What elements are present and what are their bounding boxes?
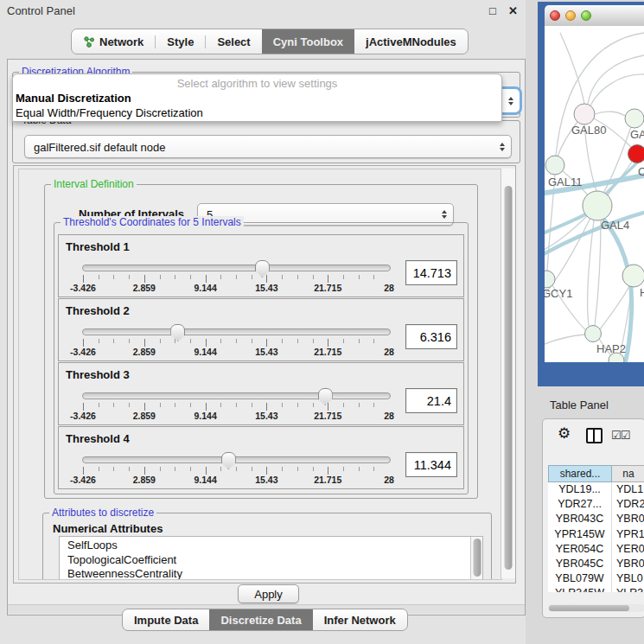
tab-jactivemnodules[interactable]: jActiveMNodules bbox=[354, 29, 468, 54]
node-label: C bbox=[638, 165, 644, 178]
list-item[interactable]: SelfLoops bbox=[60, 537, 482, 553]
table-row[interactable]: YBR045CYBR0 bbox=[548, 557, 644, 571]
network-window-titlebar[interactable] bbox=[545, 5, 644, 27]
cell[interactable]: YPR1 bbox=[612, 527, 644, 542]
table-row[interactable]: YPR145WYPR1 bbox=[548, 527, 644, 542]
algorithm-placeholder-item[interactable]: Select algorithm to view settings bbox=[13, 77, 501, 90]
cell[interactable]: YDL19... bbox=[548, 482, 612, 497]
node-gal4[interactable] bbox=[583, 191, 612, 220]
cell[interactable]: YBR045C bbox=[548, 557, 612, 571]
algorithm-option-manual[interactable]: Manual Discretization bbox=[13, 92, 504, 105]
node-label: GA bbox=[630, 128, 644, 141]
tab-impute-data[interactable]: Impute Data bbox=[123, 609, 209, 630]
slider-tick-labels: -3.426 2.859 9.144 15.43 21.715 28 bbox=[83, 411, 389, 421]
node-gcy1[interactable] bbox=[545, 271, 555, 288]
tick-label: 9.144 bbox=[194, 475, 216, 485]
cell[interactable]: YBL079W bbox=[548, 571, 612, 586]
slider-tick-labels: -3.426 2.859 9.144 15.43 21.715 28 bbox=[83, 347, 389, 357]
threshold-2-value-box[interactable]: 6.316 bbox=[405, 324, 457, 349]
node-gal11[interactable] bbox=[545, 156, 564, 175]
screenshot-root: Control Panel □ ✕ Network Style Select C… bbox=[0, 0, 644, 644]
table-data-combobox[interactable]: galFiltered.sif default node bbox=[24, 135, 512, 158]
tick-label: 2.859 bbox=[133, 283, 156, 293]
node-label: GAL80 bbox=[571, 124, 606, 137]
tab-select-label: Select bbox=[217, 35, 250, 48]
threshold-4-slider-track[interactable] bbox=[82, 456, 391, 463]
float-window-icon[interactable]: □ bbox=[489, 4, 496, 17]
minimize-traffic-light[interactable] bbox=[565, 10, 576, 21]
cell[interactable]: YER0 bbox=[612, 542, 644, 557]
node-label: GCY1 bbox=[545, 287, 572, 300]
zoom-traffic-light[interactable] bbox=[581, 10, 591, 21]
cell[interactable]: YDL1 bbox=[612, 482, 644, 497]
checkboxes-icon[interactable]: ☑☑ bbox=[611, 429, 629, 442]
tab-infer-network[interactable]: Infer Network bbox=[313, 609, 407, 630]
threshold-1-value-box[interactable]: 14.713 bbox=[405, 260, 457, 285]
threshold-1-label: Threshold 1 bbox=[66, 240, 130, 253]
settings-vertical-scrollbar[interactable] bbox=[501, 169, 515, 578]
gear-icon[interactable]: ⚙ bbox=[558, 424, 571, 443]
interval-definition-group-title: Interval Definition bbox=[51, 178, 137, 191]
tab-cyni-toolbox[interactable]: Cyni Toolbox bbox=[262, 29, 354, 54]
table-row[interactable]: YLR345WYLR3 bbox=[548, 586, 644, 592]
tab-network-label: Network bbox=[99, 35, 143, 48]
cell[interactable]: YPR145W bbox=[548, 527, 612, 542]
tick-label: 15.43 bbox=[255, 283, 277, 293]
table-horizontal-scrollbar[interactable] bbox=[548, 604, 644, 612]
apply-button[interactable]: Apply bbox=[238, 584, 299, 603]
cell[interactable]: YBR0 bbox=[612, 512, 644, 526]
tab-discretize-data[interactable]: Discretize Data bbox=[209, 609, 312, 630]
algorithm-option-equal-width[interactable]: Equal Width/Frequency Discretization bbox=[13, 106, 504, 119]
list-item[interactable]: TopologicalCoefficient bbox=[60, 553, 482, 568]
table-data-group: Table Data galFiltered.sif default node bbox=[12, 120, 520, 163]
scrollbar-thumb[interactable] bbox=[505, 186, 513, 570]
algorithm-dropdown-popup: Select algorithm to view settings Manual… bbox=[12, 73, 502, 122]
list-vertical-scrollbar[interactable] bbox=[470, 537, 482, 580]
cell[interactable]: YLR345W bbox=[548, 586, 612, 592]
node-red-selected[interactable] bbox=[628, 145, 644, 163]
table-row[interactable]: YBL079WYBL0 bbox=[548, 571, 644, 586]
cyni-toolbox-panel: Discretization Algorithm Select algorith… bbox=[7, 59, 526, 615]
close-traffic-light[interactable] bbox=[550, 10, 560, 21]
columns-icon[interactable] bbox=[586, 428, 603, 443]
table-row[interactable]: YDL19...YDL1 bbox=[548, 482, 644, 497]
threshold-1-panel: Threshold 1 -3.426 2.859 9.144 15.43 bbox=[58, 234, 464, 297]
list-item[interactable]: BetweennessCentrality bbox=[60, 567, 482, 580]
threshold-4-value-box[interactable]: 11.344 bbox=[405, 452, 457, 477]
node-label: GAL4 bbox=[601, 219, 629, 232]
node-top-right[interactable] bbox=[625, 109, 644, 128]
tab-select[interactable]: Select bbox=[206, 29, 261, 54]
table-row[interactable]: YDR27...YDR2 bbox=[548, 497, 644, 512]
close-icon[interactable]: ✕ bbox=[508, 4, 518, 17]
cyni-mode-tabbar: Impute Data Discretize Data Infer Networ… bbox=[122, 609, 408, 631]
scrollbar-thumb[interactable] bbox=[473, 539, 481, 577]
threshold-3-value-box[interactable]: 21.4 bbox=[405, 388, 457, 413]
table-row[interactable]: YER054CYER0 bbox=[548, 542, 644, 557]
network-canvas[interactable]: GAL80 GA C GAL11 GAL4 GCY1 H HAP2 bbox=[545, 26, 644, 362]
cell[interactable]: YBR0 bbox=[612, 557, 644, 571]
cell[interactable]: YER054C bbox=[548, 542, 612, 557]
cell[interactable]: YDR2 bbox=[612, 497, 644, 512]
scrollbar-thumb[interactable] bbox=[549, 605, 629, 611]
combo-arrows-icon bbox=[500, 143, 505, 151]
node-gal80[interactable] bbox=[574, 104, 595, 124]
cell[interactable]: YDR27... bbox=[548, 497, 612, 512]
column-header-name[interactable]: na bbox=[612, 465, 644, 482]
threshold-1-slider-track[interactable] bbox=[82, 265, 391, 271]
cell[interactable]: YBL0 bbox=[612, 571, 644, 586]
threshold-3-slider-track[interactable] bbox=[82, 392, 391, 399]
cell[interactable]: YBR043C bbox=[548, 512, 612, 526]
node-attribute-table: shared... na YDL19...YDL1 YDR27...YDR2 Y… bbox=[548, 465, 644, 592]
cell[interactable]: YLR3 bbox=[612, 586, 644, 592]
tab-network[interactable]: Network bbox=[72, 29, 155, 54]
node-hap2[interactable] bbox=[585, 326, 602, 342]
tick-label: 21.715 bbox=[314, 347, 341, 357]
threshold-2-slider-track[interactable] bbox=[82, 328, 391, 335]
table-row[interactable]: YBR043CYBR0 bbox=[548, 512, 644, 526]
network-window-frame: GAL80 GA C GAL11 GAL4 GCY1 H HAP2 bbox=[538, 2, 644, 386]
threshold-3-panel: Threshold 3 -3.426 2.859 9.144 15.43 bbox=[58, 362, 464, 425]
tab-style[interactable]: Style bbox=[156, 29, 205, 54]
column-header-shared-name[interactable]: shared... bbox=[548, 465, 612, 482]
node-right-mid[interactable] bbox=[622, 265, 644, 287]
network-graph: GAL80 GA C GAL11 GAL4 GCY1 H HAP2 bbox=[545, 26, 644, 362]
